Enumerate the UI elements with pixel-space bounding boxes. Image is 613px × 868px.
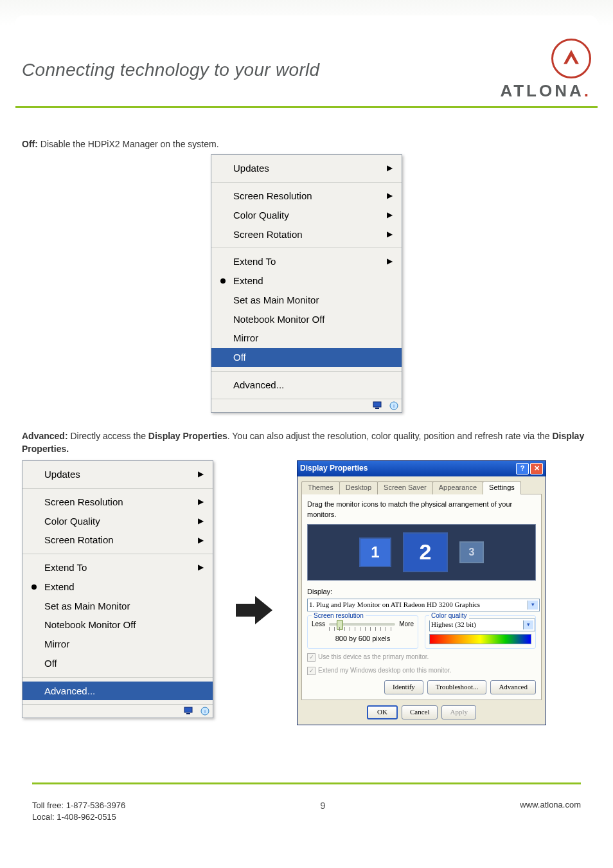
close-button[interactable]: ✕	[530, 463, 543, 475]
svg-rect-0	[373, 402, 381, 407]
tab-themes[interactable]: Themes	[301, 481, 340, 494]
menu-item-off[interactable]: Off	[22, 654, 213, 673]
monitor-2[interactable]: 2	[403, 532, 448, 572]
primary-monitor-checkbox: ✓Use this device as the primary monitor.	[307, 653, 536, 662]
dialog-tabs: Themes Desktop Screen Saver Appearance S…	[298, 476, 546, 494]
submenu-arrow-icon: ▶	[387, 210, 393, 221]
brand-name: ATLONA.	[500, 81, 591, 101]
brand-block: ATLONA.	[500, 39, 591, 101]
drag-instruction: Drag the monitor icons to match the phys…	[307, 500, 536, 520]
color-quality-bar	[429, 634, 531, 644]
monitor-1[interactable]: 1	[359, 538, 391, 567]
advanced-paragraph: Advanced: Directly access the Display Pr…	[22, 429, 591, 456]
menu-item-advanced[interactable]: Advanced...	[211, 375, 402, 395]
menu-item-extend[interactable]: Extend	[211, 271, 402, 291]
footer-url: www.atlona.com	[520, 800, 581, 809]
brand-logo-icon	[551, 39, 591, 78]
dialog-title: Display Properties	[300, 463, 368, 474]
resolution-value: 800 by 600 pixels	[312, 634, 414, 644]
svg-rect-5	[186, 713, 190, 714]
submenu-arrow-icon: ▶	[198, 496, 204, 507]
tray-lan-icon: i	[199, 706, 211, 716]
tray-monitor-icon	[372, 401, 385, 411]
menu-item-screen-rotation[interactable]: Screen Rotation▶	[22, 530, 213, 550]
menu-item-screen-resolution[interactable]: Screen Resolution▶	[211, 186, 402, 206]
menu-item-extend[interactable]: Extend	[22, 577, 213, 597]
identify-button[interactable]: Identify	[384, 680, 423, 694]
submenu-arrow-icon: ▶	[198, 516, 204, 527]
tray-monitor-icon	[183, 706, 196, 716]
menu-item-updates[interactable]: Updates▶	[211, 159, 402, 178]
header-tagline: Connecting technology to your world	[22, 60, 500, 80]
settings-panel: Drag the monitor icons to match the phys…	[301, 494, 542, 700]
group-title: Color quality	[429, 611, 469, 621]
page-header: Connecting technology to your world ATLO…	[15, 15, 598, 108]
tab-screensaver[interactable]: Screen Saver	[377, 481, 433, 494]
dropdown-arrow-icon: ▾	[523, 620, 533, 629]
menu-item-screen-resolution[interactable]: Screen Resolution▶	[22, 493, 213, 512]
display-select-value: 1. Plug and Play Monitor on ATI Radeon H…	[309, 600, 480, 610]
advanced-button[interactable]: Advanced	[490, 680, 536, 694]
page-number: 9	[125, 800, 520, 811]
submenu-arrow-icon: ▶	[387, 190, 393, 201]
extend-desktop-checkbox: ✓Extend my Windows desktop onto this mon…	[307, 666, 536, 676]
submenu-arrow-icon: ▶	[198, 469, 204, 480]
monitor-layout-area[interactable]: 1 2 3	[307, 524, 536, 581]
submenu-arrow-icon: ▶	[198, 535, 204, 546]
display-properties-dialog: Display Properties ? ✕ Themes Desktop Sc…	[297, 460, 546, 725]
checkbox-icon: ✓	[307, 667, 315, 675]
page-footer: Toll free: 1-877-536-3976 Local: 1-408-9…	[32, 782, 581, 823]
color-quality-group: Color quality Highest (32 bit) ▾	[425, 615, 536, 649]
menu-item-advanced[interactable]: Advanced...	[22, 682, 213, 701]
menu-item-notebook-off[interactable]: Notebook Monitor Off	[211, 310, 402, 329]
apply-button[interactable]: Apply	[441, 705, 476, 719]
menu-item-mirror[interactable]: Mirror	[22, 635, 213, 654]
menu-item-off[interactable]: Off	[211, 348, 402, 367]
submenu-arrow-icon: ▶	[387, 256, 393, 267]
menu-item-mirror[interactable]: Mirror	[211, 329, 402, 348]
resolution-slider[interactable]: Less More	[312, 620, 414, 629]
menu-item-set-main[interactable]: Set as Main Monitor	[211, 291, 402, 310]
checkbox-icon: ✓	[307, 653, 315, 662]
dropdown-arrow-icon: ▾	[528, 601, 538, 610]
bullet-icon	[220, 278, 226, 284]
tab-settings[interactable]: Settings	[483, 481, 521, 494]
system-tray: i	[22, 705, 213, 718]
footer-contact: Toll free: 1-877-536-3976 Local: 1-408-9…	[32, 800, 125, 823]
context-menu-1: Updates▶ Screen Resolution▶ Color Qualit…	[211, 154, 402, 412]
menu-item-updates[interactable]: Updates▶	[22, 465, 213, 484]
context-menu-2: Updates▶ Screen Resolution▶ Color Qualit…	[22, 460, 213, 718]
tray-lan-icon: i	[387, 401, 400, 411]
cancel-button[interactable]: Cancel	[402, 705, 438, 719]
menu-item-color-quality[interactable]: Color Quality▶	[211, 206, 402, 225]
menu-item-extend-to[interactable]: Extend To▶	[22, 558, 213, 577]
menu-item-color-quality[interactable]: Color Quality▶	[22, 512, 213, 531]
menu-item-extend-to[interactable]: Extend To▶	[211, 252, 402, 271]
bullet-icon	[31, 584, 37, 590]
submenu-arrow-icon: ▶	[387, 163, 393, 174]
screen-resolution-group: Screen resolution Less More 800 by 600 p…	[307, 615, 418, 649]
arrow-right-icon	[233, 591, 278, 633]
color-quality-value: Highest (32 bit)	[431, 620, 476, 630]
tab-appearance[interactable]: Appearance	[432, 481, 483, 494]
system-tray: i	[211, 399, 402, 412]
display-select[interactable]: 1. Plug and Play Monitor on ATI Radeon H…	[307, 599, 540, 611]
troubleshoot-button[interactable]: Troubleshoot...	[427, 680, 487, 694]
svg-rect-4	[184, 707, 192, 712]
submenu-arrow-icon: ▶	[198, 562, 204, 573]
off-paragraph: Off: Disable the HDPiX2 Manager on the s…	[22, 138, 591, 150]
display-label: Display:	[307, 587, 536, 597]
slider-less-label: Less	[312, 620, 325, 629]
svg-rect-1	[375, 408, 379, 409]
slider-more-label: More	[399, 620, 414, 629]
dialog-titlebar[interactable]: Display Properties ? ✕	[298, 461, 546, 476]
slider-thumb[interactable]	[337, 620, 343, 630]
menu-item-set-main[interactable]: Set as Main Monitor	[22, 597, 213, 616]
tab-desktop[interactable]: Desktop	[339, 481, 378, 494]
ok-button[interactable]: OK	[367, 705, 398, 719]
monitor-3[interactable]: 3	[459, 541, 484, 563]
menu-item-notebook-off[interactable]: Notebook Monitor Off	[22, 615, 213, 635]
submenu-arrow-icon: ▶	[387, 229, 393, 240]
menu-item-screen-rotation[interactable]: Screen Rotation▶	[211, 225, 402, 244]
help-button[interactable]: ?	[516, 463, 529, 475]
